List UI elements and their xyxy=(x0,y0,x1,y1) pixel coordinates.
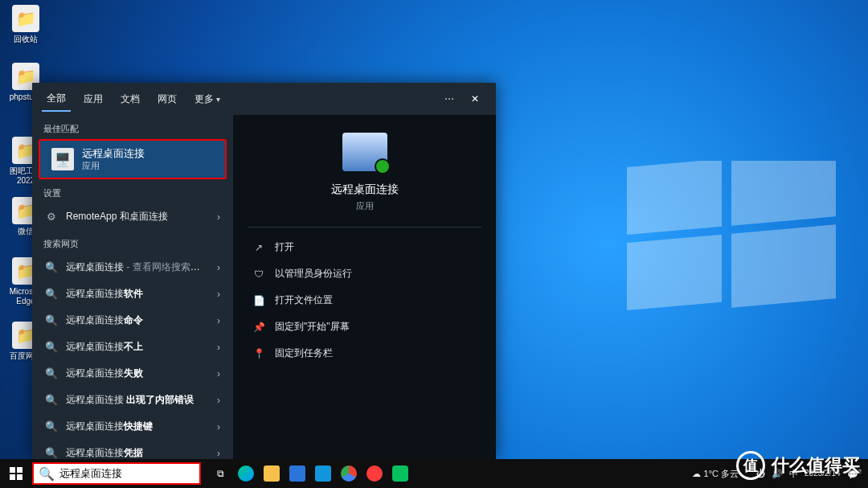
search-input[interactable] xyxy=(59,468,194,480)
windows-start-icon xyxy=(10,467,23,480)
action-label: 以管理员身份运行 xyxy=(275,267,352,281)
search-icon: 🔍 xyxy=(39,466,55,482)
mail-icon[interactable] xyxy=(310,459,336,488)
preview-subtitle: 应用 xyxy=(356,200,374,212)
search-icon: 🔍 xyxy=(45,314,58,326)
chrome-icon[interactable] xyxy=(336,459,362,488)
options-icon[interactable]: ⋯ xyxy=(444,93,456,105)
chevron-right-icon: › xyxy=(217,289,220,300)
preview-action[interactable]: 📄打开文件位置 xyxy=(248,287,481,314)
chevron-right-icon: › xyxy=(217,211,220,223)
preview-action[interactable]: 🛡以管理员身份运行 xyxy=(248,260,481,287)
web-search-result[interactable]: 🔍远程桌面连接凭据› xyxy=(32,440,233,459)
svg-rect-5 xyxy=(17,467,23,473)
chevron-right-icon: › xyxy=(217,342,220,353)
gear-icon: ⚙ xyxy=(45,211,58,223)
web-search-result[interactable]: 🔍远程桌面连接命令› xyxy=(32,307,233,334)
task-view-icon[interactable]: ⧉ xyxy=(207,459,233,488)
result-label: 远程桌面连接 出现了内部错误 xyxy=(66,393,209,407)
preview-action[interactable]: 📍固定到任务栏 xyxy=(248,340,481,367)
preview-action[interactable]: 📌固定到"开始"屏幕 xyxy=(248,314,481,340)
watermark-text: 什么值得买 xyxy=(772,453,860,478)
start-search-panel: 全部 应用 文档 网页 更多 ▾ ⋯ ✕ 最佳匹配 🖥️ 远程桌面连接 应用 设… xyxy=(32,83,496,459)
best-match-result[interactable]: 🖥️ 远程桌面连接 应用 xyxy=(39,139,227,179)
browser-icon[interactable] xyxy=(362,459,387,488)
rdp-icon: 🖥️ xyxy=(51,148,74,170)
chevron-right-icon: › xyxy=(217,395,220,406)
svg-rect-3 xyxy=(731,224,836,307)
web-search-result[interactable]: 🔍远程桌面连接快捷键› xyxy=(32,413,233,440)
watermark: 值 什么值得买 xyxy=(736,451,860,480)
web-search-result[interactable]: 🔍远程桌面连接 出现了内部错误› xyxy=(32,387,233,413)
start-button[interactable] xyxy=(0,459,32,488)
store-icon[interactable] xyxy=(285,459,310,488)
app-icon: 📁 xyxy=(12,5,39,32)
settings-header: 设置 xyxy=(32,179,233,203)
search-icon: 🔍 xyxy=(45,394,58,406)
tab-all[interactable]: 全部 xyxy=(42,87,71,112)
result-label: 远程桌面连接 - 查看网络搜索结果 xyxy=(66,260,209,274)
chevron-right-icon: › xyxy=(217,421,220,433)
svg-rect-4 xyxy=(10,467,15,473)
preview-action[interactable]: ↗打开 xyxy=(248,234,481,260)
windows-logo-wallpaper xyxy=(627,161,836,314)
best-match-title: 远程桌面连接 xyxy=(82,147,145,160)
result-label: 远程桌面连接命令 xyxy=(66,314,209,327)
web-header: 搜索网页 xyxy=(32,230,233,254)
edge-icon[interactable] xyxy=(233,459,259,488)
search-icon: 🔍 xyxy=(45,447,58,459)
chevron-right-icon: › xyxy=(217,368,220,379)
close-icon[interactable]: ✕ xyxy=(464,88,486,110)
action-label: 固定到"开始"屏幕 xyxy=(275,320,350,334)
web-search-result[interactable]: 🔍远程桌面连接软件› xyxy=(32,281,233,307)
weather-widget[interactable]: ☁ 1°C 多云 xyxy=(692,468,739,480)
chevron-right-icon: › xyxy=(217,315,220,326)
search-icon: 🔍 xyxy=(45,261,58,273)
taskbar-search-box[interactable]: 🔍 xyxy=(32,462,201,485)
divider xyxy=(248,227,481,228)
web-search-result[interactable]: 🔍远程桌面连接不上› xyxy=(32,334,233,360)
action-icon: 📍 xyxy=(252,348,265,359)
action-icon: ↗ xyxy=(252,242,265,253)
search-icon: 🔍 xyxy=(45,367,58,379)
tab-more[interactable]: 更多 ▾ xyxy=(190,88,225,111)
preview-title: 远程桌面连接 xyxy=(331,182,399,197)
search-icon: 🔍 xyxy=(45,341,58,353)
search-tabs: 全部 应用 文档 网页 更多 ▾ ⋯ ✕ xyxy=(32,83,496,115)
wechat-icon[interactable] xyxy=(387,459,413,488)
svg-rect-0 xyxy=(627,161,722,235)
action-icon: 🛡 xyxy=(252,269,265,280)
search-icon: 🔍 xyxy=(45,288,58,300)
svg-rect-7 xyxy=(17,474,23,480)
action-label: 打开 xyxy=(275,240,294,254)
preview-app-icon xyxy=(342,133,387,171)
result-label: 远程桌面连接快捷键 xyxy=(66,420,209,433)
settings-result[interactable]: ⚙RemoteApp 和桌面连接› xyxy=(32,203,233,230)
svg-rect-2 xyxy=(627,235,722,310)
search-results-left: 最佳匹配 🖥️ 远程桌面连接 应用 设置 ⚙RemoteApp 和桌面连接› 搜… xyxy=(32,115,233,459)
tab-web[interactable]: 网页 xyxy=(153,88,182,111)
best-match-subtitle: 应用 xyxy=(82,160,145,172)
svg-rect-6 xyxy=(10,474,15,480)
web-search-result[interactable]: 🔍远程桌面连接失败› xyxy=(32,360,233,387)
tab-apps[interactable]: 应用 xyxy=(79,88,108,111)
result-label: 远程桌面连接凭据 xyxy=(66,446,209,459)
chevron-right-icon: › xyxy=(217,262,220,273)
search-icon: 🔍 xyxy=(45,420,58,433)
best-match-header: 最佳匹配 xyxy=(32,115,233,139)
action-label: 打开文件位置 xyxy=(275,293,333,307)
tab-documents[interactable]: 文档 xyxy=(116,88,145,111)
action-label: 固定到任务栏 xyxy=(275,347,333,360)
web-search-result[interactable]: 🔍远程桌面连接 - 查看网络搜索结果› xyxy=(32,254,233,281)
desktop-icon-label: 回收站 xyxy=(6,35,45,44)
svg-rect-1 xyxy=(731,161,836,226)
watermark-icon: 值 xyxy=(736,451,765,480)
result-label: 远程桌面连接不上 xyxy=(66,340,209,354)
result-label: RemoteApp 和桌面连接 xyxy=(66,210,209,223)
action-icon: 📌 xyxy=(252,322,265,333)
result-label: 远程桌面连接软件 xyxy=(66,287,209,301)
action-icon: 📄 xyxy=(252,295,265,306)
chevron-right-icon: › xyxy=(217,448,220,459)
explorer-icon[interactable] xyxy=(259,459,285,488)
desktop-icon[interactable]: 📁回收站 xyxy=(6,5,45,44)
